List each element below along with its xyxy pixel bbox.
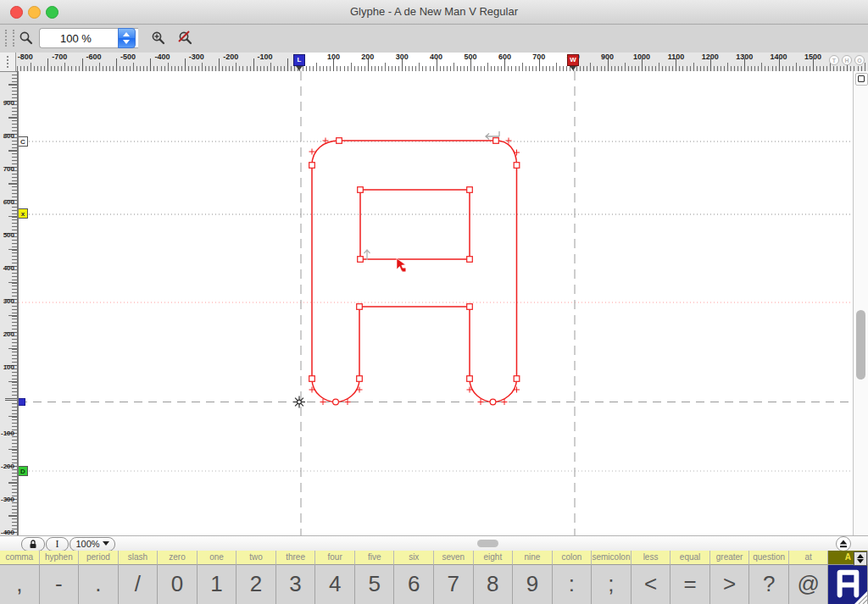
zoom-in-icon[interactable] [151,30,166,46]
h-ruler-tick-label: -600 [86,53,102,61]
v-ruler-tick-label: 800 [0,132,14,140]
palette-cell-eight[interactable]: eight8 [474,551,514,604]
x-height-marker[interactable]: x [19,208,28,219]
h-ruler-tick-label: 1300 [736,53,753,61]
palette-cell-equal[interactable]: equal= [670,551,710,604]
palette-cell-greater[interactable]: greater> [710,551,750,604]
palette-cell-label: two [236,551,276,565]
lock-icon [29,539,37,549]
palette-cell-semicolon[interactable]: semicolon; [592,551,632,604]
glyph-counter-outline[interactable] [360,190,470,259]
ruler-corner-icons: THO [829,55,865,65]
lock-button[interactable] [21,537,45,551]
control-point[interactable] [467,376,473,382]
control-point[interactable] [357,376,363,382]
palette-cell-period[interactable]: period. [79,551,119,604]
palette-cell-six[interactable]: six6 [394,551,434,604]
text-cursor-button[interactable]: I [46,537,69,551]
palette-cell-glyph: 2 [236,565,276,604]
control-point[interactable] [309,163,315,169]
control-point[interactable] [357,304,363,310]
palette-cell-five[interactable]: five5 [355,551,395,604]
h-ruler-tick-label: -800 [18,53,33,61]
v-ruler-tick-label: 700 [0,165,14,173]
zoom-stepper[interactable] [118,28,136,48]
palette-cell-question[interactable]: question? [749,551,789,604]
palette-cell-glyph: - [40,565,80,604]
curve-point[interactable] [333,399,339,405]
descender-marker[interactable]: D [19,466,28,476]
control-point[interactable] [337,138,342,144]
vertical-scrollbar-thumb[interactable] [856,310,865,380]
h-ruler-tick-label: 1000 [633,53,650,61]
palette-cell-comma[interactable]: comma, [0,551,40,604]
control-point[interactable] [493,138,499,144]
v-ruler-tick-label: 300 [0,297,14,305]
glyph-canvas[interactable]: CxD [19,71,854,535]
cap-height-marker[interactable]: C [19,136,28,147]
page-proxy-icon[interactable] [855,73,868,86]
control-point[interactable] [467,257,473,263]
h-ruler-tick-label: 1100 [668,53,685,61]
palette-cell-slash[interactable]: slash/ [119,551,159,604]
advance-width-tick [570,66,576,70]
eject-icon [837,537,850,551]
glyph-outline[interactable] [312,141,517,402]
h-ruler-tick-label: -500 [120,53,136,61]
palette-cell-glyph: 7 [434,565,474,604]
ruler-option-icon-T[interactable]: T [829,55,839,65]
ruler-option-icon-H[interactable]: H [842,55,852,65]
palette-cell-nine[interactable]: nine9 [513,551,553,604]
control-point[interactable] [467,304,473,310]
control-point[interactable] [358,187,364,193]
ruler-origin-box[interactable] [0,53,16,72]
palette-cell-label: comma [0,551,40,565]
window-title: Glyphe - A de New Man V Regular [0,5,868,18]
palette-cell-colon[interactable]: colon: [553,551,593,604]
control-point[interactable] [309,376,315,382]
horizontal-scrollbar-thumb[interactable] [477,540,498,547]
palette-cell-three[interactable]: three3 [276,551,316,604]
palette-cell-two[interactable]: two2 [236,551,276,604]
resize-grip[interactable] [854,591,867,604]
control-point[interactable] [467,187,473,193]
palette-cell-glyph: < [632,565,671,604]
left-sidebearing-marker[interactable]: L [293,54,305,66]
palette-cell-four[interactable]: four4 [315,551,355,604]
palette-cell-glyph: @ [789,565,829,604]
v-ruler-tick-label: -100 [0,429,14,437]
no-zoom-icon[interactable] [176,30,193,46]
palette-cell-label: eight [474,551,514,565]
baseline-marker[interactable] [19,398,25,406]
v-ruler-tick-label: 600 [0,198,14,206]
palette-cell-hyphen[interactable]: hyphen- [40,551,80,604]
palette-cell-label: hyphen [40,551,80,565]
view-zoom-dropdown[interactable]: 100% [70,537,115,551]
palette-cell-at[interactable]: at@ [789,551,829,604]
control-point[interactable] [514,163,520,169]
toolbar-drag-handle[interactable] [5,30,14,47]
h-ruler-tick-label: -300 [189,53,204,61]
palette-cell-less[interactable]: less< [632,551,671,604]
collapse-palette-button[interactable] [836,536,851,551]
horizontal-ruler[interactable]: -800-700-600-500-400-300-200-10010020030… [0,53,868,72]
h-ruler-tick-label: 1400 [771,53,787,61]
palette-cell-label: period [79,551,119,565]
palette-cell-glyph: 3 [276,565,316,604]
palette-cell-zero[interactable]: zero0 [158,551,198,604]
vertical-scrollbar[interactable] [853,71,868,535]
h-ruler-tick-label: 200 [361,53,374,61]
control-point[interactable] [358,257,364,263]
glyph-page-stepper[interactable] [854,551,867,566]
vertical-ruler[interactable]: 900800700600500400300200100-100-200-300-… [0,71,19,535]
advance-width-marker[interactable]: W [567,54,579,66]
palette-cell-seven[interactable]: seven7 [434,551,474,604]
ruler-option-icon-O[interactable]: O [854,55,865,65]
palette-cell-one[interactable]: one1 [198,551,237,604]
curve-point[interactable] [490,399,496,405]
dropdown-arrow-icon [103,541,109,546]
palette-cell-label: less [632,551,671,565]
control-point[interactable] [514,376,520,382]
view-zoom-label: 100% [75,539,99,549]
palette-cell-glyph: 6 [394,565,434,604]
